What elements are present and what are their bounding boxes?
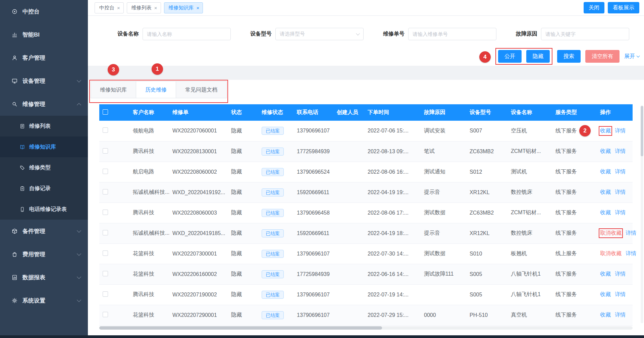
detail-link[interactable]: 详情	[615, 291, 626, 298]
sidebar-item-console[interactable]: 中控台	[0, 0, 88, 23]
annotation-circle-1: 1	[152, 63, 163, 75]
sidebar-subitem-knowledge-base[interactable]: 维修知识库	[0, 136, 88, 157]
search-button[interactable]: 搜索	[557, 50, 581, 63]
favorite-link[interactable]: 收藏	[600, 189, 611, 196]
expand-link[interactable]: 展开	[624, 53, 639, 60]
hide-button[interactable]: 隐藏	[526, 50, 550, 63]
sidebar-item-customers[interactable]: 客户管理	[0, 46, 88, 69]
close-icon[interactable]	[117, 5, 120, 11]
table-row: 航启电路WX202208060002隐藏已结案137906965242022-0…	[99, 162, 633, 182]
cell-status: 隐藏	[228, 203, 258, 223]
favorite-link[interactable]: 取消收藏	[600, 230, 622, 237]
sidebar-item-settings[interactable]: 系统设置	[0, 289, 88, 312]
favorite-link[interactable]: 收藏	[600, 148, 611, 155]
sidebar-subitem-self-records[interactable]: 自修记录	[0, 178, 88, 199]
favorite-link[interactable]: 收藏	[600, 127, 611, 134]
row-checkbox[interactable]	[103, 271, 108, 276]
fault-reason-input[interactable]	[541, 28, 629, 40]
device-model-select[interactable]: 请选择型号	[275, 28, 364, 40]
row-checkbox[interactable]	[103, 127, 108, 133]
cell-time: 2022-04-19 19:...	[364, 182, 421, 203]
favorite-link[interactable]: 收藏	[600, 168, 611, 175]
row-checkbox[interactable]	[103, 148, 108, 154]
detail-link[interactable]: 详情	[615, 168, 626, 175]
detail-link[interactable]: 详情	[615, 312, 626, 319]
column-header-repair-status: 维修状态	[258, 104, 293, 121]
sidebar-subitem-repair-type[interactable]: 维修类型	[0, 157, 88, 178]
cell-customer: 航启电路	[129, 162, 169, 182]
sidebar-subitem-phone-records[interactable]: 电话维修记录表	[0, 199, 88, 220]
detail-link[interactable]: 详情	[626, 250, 636, 257]
cell-customer: 拓诚机械科技...	[129, 223, 169, 243]
cell-service: 线下服务	[552, 305, 597, 325]
detail-link[interactable]: 详情	[615, 189, 626, 196]
sidebar-item-repair[interactable]: 维修管理	[0, 93, 88, 116]
detail-link[interactable]: 详情	[615, 271, 626, 278]
sidebar-subitem-repair-list[interactable]: 维修列表	[0, 116, 88, 136]
cell-order: WX202207060001	[169, 121, 228, 141]
tag-label: 维修列表	[131, 5, 152, 11]
favorite-link[interactable]: 收藏	[600, 291, 611, 298]
sidebar-item-spares[interactable]: 备件管理	[0, 220, 88, 243]
favorite-link[interactable]: 收藏	[600, 209, 611, 216]
cell-creator	[333, 305, 364, 325]
chevron-down-icon	[77, 275, 81, 279]
horizontal-scrollbar-thumb[interactable]	[99, 326, 382, 330]
tab-faq-docs[interactable]: 常见问题文档	[176, 81, 226, 98]
spares-icon	[11, 228, 18, 234]
row-checkbox[interactable]	[103, 250, 108, 256]
reports-icon	[11, 274, 18, 281]
sidebar-item-reports[interactable]: 数据报表	[0, 266, 88, 289]
tab-history-repair[interactable]: 历史维修	[136, 81, 176, 98]
vertical-scrollbar-thumb[interactable]	[641, 106, 643, 156]
cell-service: 线下服务	[552, 141, 597, 162]
cell-device: 空压机	[507, 121, 552, 141]
public-button[interactable]: 公开	[498, 50, 522, 63]
device-name-input[interactable]	[143, 28, 231, 40]
chevron-down-icon	[77, 78, 81, 82]
sidebar-item-bi[interactable]: 智能BI	[0, 23, 88, 46]
row-checkbox[interactable]	[103, 210, 108, 215]
detail-link[interactable]: 详情	[615, 127, 626, 134]
device-model-label: 设备型号	[250, 31, 272, 38]
cell-creator	[333, 223, 364, 243]
sidebar-item-devices[interactable]: 设备管理	[0, 69, 88, 93]
row-checkbox[interactable]	[103, 312, 108, 317]
annotation-box-tabs: 维修知识库 历史维修 常见问题文档	[89, 80, 228, 103]
cell-device: 数控铣床	[507, 182, 552, 203]
select-all-cell	[99, 104, 129, 121]
table-row: 花篮科技WX202207290001隐藏已结案137906961072022-0…	[99, 305, 633, 325]
clear-all-button[interactable]: 清空所有	[585, 50, 620, 63]
row-checkbox[interactable]	[103, 230, 108, 235]
detail-link[interactable]: 详情	[626, 230, 636, 237]
tab-tag-console[interactable]: 中控台	[95, 2, 124, 13]
close-button[interactable]: 关闭	[584, 2, 604, 13]
close-icon[interactable]	[197, 5, 200, 11]
devices-icon	[11, 78, 18, 84]
detail-link[interactable]: 详情	[615, 209, 626, 216]
select-all-checkbox[interactable]	[103, 109, 108, 115]
row-checkbox[interactable]	[103, 169, 108, 174]
sidebar-item-expense[interactable]: 费用管理	[0, 243, 88, 266]
detail-link[interactable]: 详情	[615, 148, 626, 155]
tab-knowledge-base[interactable]: 维修知识库	[91, 81, 136, 98]
cell-phone: 13790696107	[293, 121, 333, 141]
chevron-down-icon	[77, 298, 81, 302]
cell-phone: 17725984939	[293, 141, 333, 162]
status-badge: 已结案	[262, 209, 284, 217]
favorite-link[interactable]: 取消收藏	[600, 250, 622, 257]
favorite-link[interactable]: 收藏	[600, 271, 611, 278]
status-badge: 已结案	[262, 250, 284, 258]
order-no-input[interactable]	[408, 28, 496, 40]
favorite-link[interactable]: 收藏	[600, 312, 611, 319]
sidebar-item-label: 中控台	[22, 8, 40, 15]
board-display-button[interactable]: 看板展示	[608, 2, 639, 13]
cell-model: S012	[466, 162, 507, 182]
sidebar-item-label: 维修管理	[22, 100, 45, 108]
row-checkbox[interactable]	[103, 189, 108, 194]
row-checkbox[interactable]	[103, 291, 108, 297]
tab-tag-repair-list[interactable]: 维修列表	[127, 2, 161, 13]
tab-tag-knowledge-base[interactable]: 维修知识库	[164, 2, 203, 13]
cell-service: 线下服务	[552, 223, 597, 243]
close-icon[interactable]	[154, 5, 157, 11]
